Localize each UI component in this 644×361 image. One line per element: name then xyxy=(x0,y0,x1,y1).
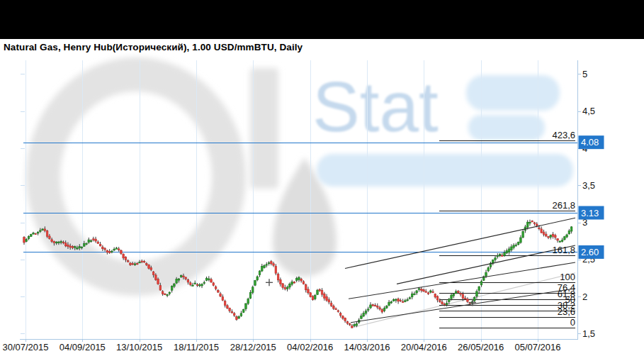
candle-down xyxy=(277,274,279,279)
candle-down xyxy=(157,279,159,284)
candle-down xyxy=(159,285,162,290)
candle-up xyxy=(40,231,42,231)
candle-up xyxy=(446,303,448,304)
candle-down xyxy=(300,279,303,281)
candle-down xyxy=(555,235,557,238)
watermark-oil-o-ring xyxy=(43,74,229,279)
candle-up xyxy=(405,301,407,302)
price-tag-2.60: 2.60 xyxy=(579,245,604,259)
watermark-stat-text: Stat xyxy=(312,67,439,146)
candle-down xyxy=(312,296,314,300)
candle-down xyxy=(400,300,402,301)
candle-down xyxy=(95,239,97,241)
candle-up xyxy=(79,246,81,248)
candle-up xyxy=(314,295,316,299)
candle-up xyxy=(356,323,358,326)
candle-up xyxy=(240,313,242,316)
candle-down xyxy=(62,242,64,243)
candle-up xyxy=(203,282,205,283)
watermark-oilstat-logo: Stat xyxy=(43,67,573,279)
candle-up xyxy=(77,248,79,249)
x-axis-date-label: 18/11/2015 xyxy=(174,342,219,352)
candle-up xyxy=(198,285,200,286)
candle-down xyxy=(333,306,335,308)
candle-up xyxy=(365,311,367,313)
candle-up xyxy=(485,272,487,276)
candle-down xyxy=(548,236,550,238)
candle-up xyxy=(499,254,501,255)
x-axis-date-label: 20/04/2016 xyxy=(401,342,447,352)
candle-down xyxy=(236,317,238,320)
candle-down xyxy=(545,234,547,236)
candle-up xyxy=(180,275,182,277)
candle-down xyxy=(97,242,99,243)
candle-up xyxy=(407,299,409,300)
candle-down xyxy=(557,239,559,240)
candle-down xyxy=(293,282,295,283)
candle-down xyxy=(436,296,439,300)
candle-up xyxy=(559,241,561,242)
candle-down xyxy=(372,305,374,306)
candle-up xyxy=(354,324,356,326)
candle-up xyxy=(205,278,208,280)
candle-down xyxy=(164,294,166,294)
candle-down xyxy=(108,252,111,253)
candle-up xyxy=(194,283,196,284)
candle-up xyxy=(508,249,510,252)
candle-down xyxy=(44,229,46,231)
candle-down xyxy=(460,294,462,294)
candle-down xyxy=(346,322,349,323)
candle-down xyxy=(132,264,134,265)
candle-down xyxy=(444,304,446,304)
candle-down xyxy=(187,279,189,282)
candle-up xyxy=(392,299,395,301)
candle-up xyxy=(28,236,30,238)
y-axis-label: 4,5 xyxy=(582,106,595,116)
candle-down xyxy=(118,249,120,250)
y-axis-label: 3,5 xyxy=(582,180,595,191)
candle-down xyxy=(552,234,554,236)
candle-down xyxy=(185,277,187,279)
candle-down xyxy=(464,298,466,299)
channel-upper xyxy=(345,218,575,268)
candle-up xyxy=(473,297,475,301)
candle-up xyxy=(245,304,247,309)
fib-label: 100 xyxy=(560,272,575,282)
candle-down xyxy=(303,282,305,284)
candle-up xyxy=(414,294,416,294)
candle-up xyxy=(526,222,529,227)
candle-down xyxy=(72,247,74,248)
candle-up xyxy=(88,240,90,243)
candle-up xyxy=(286,287,288,289)
candle-up xyxy=(115,248,118,249)
candle-up xyxy=(388,302,390,305)
candle-up xyxy=(254,280,256,285)
candle-down xyxy=(402,301,404,302)
candle-up xyxy=(238,316,240,318)
candle-up xyxy=(476,291,478,296)
candle-up xyxy=(139,262,141,262)
candle-down xyxy=(210,279,213,282)
candle-up xyxy=(60,242,62,243)
candle-up xyxy=(81,247,83,248)
candle-down xyxy=(224,301,226,306)
candle-up xyxy=(395,299,397,300)
x-axis-date-label: 30/07/2015 xyxy=(2,342,48,352)
candle-down xyxy=(423,289,425,291)
price-chart-canvas[interactable]: Stat54,543,532,521,530/07/201504/09/2015… xyxy=(0,0,644,361)
candle-up xyxy=(26,240,28,242)
fib-label: 0 xyxy=(570,317,575,328)
candle-up xyxy=(570,227,572,231)
candle-down xyxy=(273,264,275,265)
candle-down xyxy=(227,306,229,309)
candle-up xyxy=(478,287,480,290)
candle-down xyxy=(337,311,339,311)
price-tag-3.13: 3.13 xyxy=(579,206,604,220)
candle-down xyxy=(351,326,354,328)
candle-up xyxy=(411,294,413,297)
candle-down xyxy=(374,305,376,306)
candle-down xyxy=(321,290,323,294)
candle-up xyxy=(453,294,455,296)
candle-up xyxy=(298,277,300,279)
candle-down xyxy=(53,241,55,243)
